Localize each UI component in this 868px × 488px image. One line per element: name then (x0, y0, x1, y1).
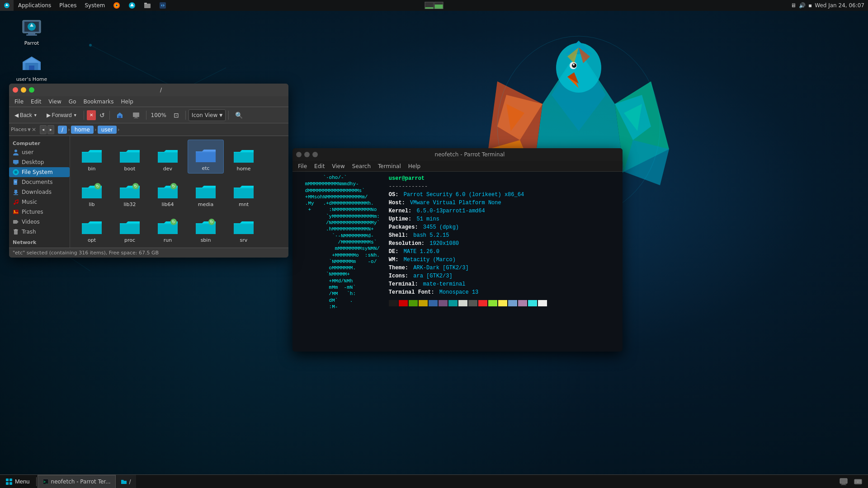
maximize-button[interactable] (29, 87, 34, 93)
start-button[interactable]: Menu (0, 475, 35, 488)
file-label-lib64: lib64 (161, 202, 174, 207)
file-item-srv[interactable]: srv (226, 211, 262, 245)
sidebar-item-filesystem[interactable]: File System (9, 167, 70, 177)
file-label-boot: boot (124, 166, 136, 172)
sidebar-item-desktop[interactable]: Desktop (9, 157, 70, 167)
places-close-icon[interactable]: ✕ (32, 127, 36, 133)
stop-button[interactable]: ✕ (87, 110, 96, 120)
top-bar: Applications Places System (0, 0, 868, 11)
menu-help[interactable]: Help (118, 98, 136, 106)
menu-file[interactable]: File (12, 98, 26, 106)
minimize-button[interactable] (21, 87, 26, 93)
sidebar-item-pictures[interactable]: Pictures (9, 207, 70, 217)
parrot-app-icon[interactable] (125, 0, 139, 11)
svg-rect-64 (14, 181, 17, 182)
taskbar-filemanager-label: / (129, 479, 131, 485)
terminal-max-btn[interactable] (312, 152, 318, 157)
menu-bookmarks[interactable]: Bookmarks (80, 98, 116, 106)
svg-rect-123 (857, 480, 858, 481)
file-label-lib: lib (89, 202, 94, 207)
neofetch-username: user@parrot (389, 174, 619, 183)
file-item-bin[interactable]: bin (74, 140, 110, 174)
file-label-mnt: mnt (239, 202, 249, 207)
desktop-icon-parrot[interactable]: Parrot (14, 16, 50, 48)
menu-go[interactable]: Go (66, 98, 79, 106)
file-item-sbin[interactable]: ↻sbin (188, 211, 224, 245)
svg-rect-101 (82, 223, 102, 234)
zoom-fit-button[interactable]: ⊡ (170, 109, 183, 122)
reload-button[interactable]: ↺ (98, 111, 107, 120)
folder-icon-mnt (233, 182, 255, 200)
terminal-min-btn[interactable] (304, 152, 310, 157)
desktop-icon-home[interactable]: user's Home (14, 52, 50, 84)
sidebar-item-music[interactable]: Music (9, 197, 70, 207)
terminal-menu-edit[interactable]: Edit (311, 162, 327, 170)
view-dropdown[interactable]: Icon View ▼ (189, 109, 226, 121)
file-item-media[interactable]: media (188, 175, 224, 209)
display-btn[interactable] (129, 109, 143, 122)
sidebar: Computer user Desktop (9, 136, 70, 248)
home-nav-icon (116, 112, 123, 119)
terminal-menu-help[interactable]: Help (406, 162, 423, 170)
file-item-lib64[interactable]: ↻lib64 (150, 175, 186, 209)
taskbar-item-neofetch[interactable]: >_ neofetch - Parrot Ter... (38, 475, 116, 488)
svg-marker-63 (17, 179, 18, 180)
addr-nav-next[interactable]: ▸ (47, 125, 54, 134)
places-menu[interactable]: Places (56, 0, 80, 11)
terminal-close-btn[interactable] (296, 152, 302, 157)
sidebar-trash-label: Trash (22, 229, 36, 235)
code-icon[interactable] (156, 0, 170, 11)
sidebar-item-documents[interactable]: Documents (9, 177, 70, 187)
terminal-menu-file[interactable]: File (295, 162, 310, 170)
file-item-proc[interactable]: proc (112, 211, 148, 245)
firefox-icon[interactable] (109, 0, 124, 11)
sidebar-item-user[interactable]: user (9, 147, 70, 157)
file-item-dev[interactable]: dev (150, 140, 186, 174)
swatch-4 (429, 300, 438, 306)
addr-nav-prev[interactable]: ◂ (40, 125, 47, 134)
terminal-body[interactable]: `·oho/-` mMMMMMMMMMMNmmdhy- dMMMMMMMMMMM… (292, 172, 623, 352)
applications-menu[interactable]: Applications (14, 0, 55, 11)
status-bar: "etc" selected (containing 316 items), F… (9, 248, 288, 258)
system-menu[interactable]: System (81, 0, 108, 11)
file-label-etc: etc (202, 165, 209, 171)
sidebar-item-downloads[interactable]: Downloads (9, 187, 70, 197)
places-expand-icon[interactable]: ▼ (28, 127, 31, 132)
terminal-menu-search[interactable]: Search (349, 162, 373, 170)
file-label-lib32: lib32 (123, 202, 136, 207)
file-item-home[interactable]: home (226, 140, 262, 174)
file-manager-icon[interactable] (140, 0, 155, 11)
home-nav-button[interactable] (113, 109, 127, 122)
file-manager-menubar: File Edit View Go Bookmarks Help (9, 96, 288, 107)
breadcrumb-root[interactable]: / (58, 126, 67, 134)
svg-rect-128 (859, 482, 861, 483)
file-item-boot[interactable]: boot (112, 140, 148, 174)
file-item-lib[interactable]: ↻lib (74, 175, 110, 209)
taskbar-item-filemanager[interactable]: / (116, 475, 136, 488)
terminal-menu-terminal[interactable]: Terminal (375, 162, 404, 170)
file-item-etc[interactable]: etc (188, 140, 224, 174)
forward-button[interactable]: ▶ Forward ▼ (43, 109, 81, 122)
svg-rect-65 (14, 182, 17, 183)
sidebar-item-trash[interactable]: Trash (9, 227, 70, 237)
keyboard-icon[interactable] (852, 475, 864, 488)
file-item-sys[interactable]: sys (74, 247, 110, 248)
breadcrumb-home[interactable]: home (71, 126, 94, 134)
file-item-opt[interactable]: opt (74, 211, 110, 245)
file-item-lib32[interactable]: ↻lib32 (112, 175, 148, 209)
terminal-menu-view[interactable]: View (329, 162, 347, 170)
svg-point-17 (573, 64, 575, 66)
back-button[interactable]: ◀ Back ▼ (11, 109, 41, 122)
datetime-label: Wed Jan 24, 06:07 (815, 2, 864, 9)
file-item-run[interactable]: ↻run (150, 211, 186, 245)
file-item-mnt[interactable]: mnt (226, 175, 262, 209)
breadcrumb-user[interactable]: user (98, 126, 117, 134)
menu-edit[interactable]: Edit (28, 98, 44, 106)
terminal-window: neofetch - Parrot Terminal File Edit Vie… (292, 148, 623, 352)
swatch-7 (458, 300, 467, 306)
display-config-icon[interactable] (837, 475, 850, 488)
search-button[interactable]: 🔍 (231, 109, 246, 122)
sidebar-item-videos[interactable]: Videos (9, 217, 70, 227)
menu-view[interactable]: View (46, 98, 64, 106)
close-button[interactable] (13, 87, 18, 93)
